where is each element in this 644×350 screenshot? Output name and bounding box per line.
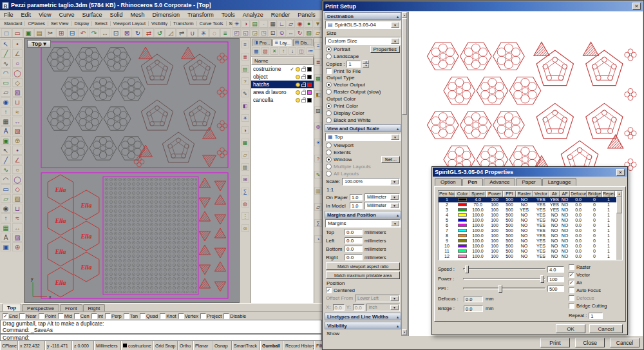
output-type-radio-raster-output-slow[interactable] — [326, 89, 332, 95]
tab-advance[interactable]: Advance — [484, 178, 515, 186]
wireframe-display-icon[interactable]: ▱ — [314, 29, 322, 37]
layer-lock-icon[interactable] — [301, 84, 306, 87]
menu-view[interactable]: View — [35, 12, 55, 18]
mesh-icon[interactable]: ▦ — [1, 117, 11, 126]
orientation-radio-landscape[interactable] — [326, 53, 332, 59]
pen-row-8[interactable]: 8100.0100500NOYESNONO0.001 — [439, 233, 622, 238]
panel-texture-icon[interactable]: ◍ — [242, 200, 249, 208]
panel-sun-icon[interactable]: ◑ — [242, 126, 249, 134]
join-icon[interactable]: ∪ — [187, 28, 198, 37]
layer-row-object[interactable]: object — [251, 73, 314, 81]
zoom-icon[interactable]: ⊕ — [12, 242, 23, 251]
cancel-button[interactable]: Cancel — [610, 338, 639, 347]
arc-icon[interactable]: ◠ — [1, 175, 11, 184]
pen-row-2[interactable]: 270.0100500NOYESYESNO0.001 — [439, 202, 622, 208]
in-model-unit-select[interactable]: Millimeter — [365, 202, 400, 209]
properties-tab-icon[interactable]: ≡ — [314, 42, 322, 50]
section-margins-position[interactable]: Margins and Position — [325, 211, 401, 219]
materials-tab-icon[interactable]: ◧ — [314, 90, 322, 98]
osnap-mid-checkbox[interactable] — [58, 313, 64, 319]
viewport-tab-front[interactable]: Front — [60, 304, 82, 311]
ok-button[interactable]: OK — [556, 324, 585, 333]
status-grid-snap[interactable]: Grid Snap — [153, 341, 178, 350]
block-icon[interactable]: ▣ — [1, 136, 11, 145]
set-window-button[interactable]: Set... — [381, 156, 400, 163]
viewport-tab-top[interactable]: Top — [2, 304, 21, 311]
rotate-camera-icon[interactable]: ↻ — [296, 29, 304, 37]
panel-layers-icon[interactable]: ≣ — [242, 53, 249, 61]
hide-object-icon[interactable]: ◌ — [209, 28, 220, 37]
close-button[interactable]: Close — [575, 338, 605, 347]
panel-display-icon[interactable]: ▤ — [242, 65, 249, 73]
pen-auto-focus-checkbox[interactable] — [569, 287, 574, 293]
section-destination[interactable]: Destination — [325, 12, 401, 20]
panel-box-edit-icon[interactable]: ⊞ — [242, 175, 249, 183]
status-record-history[interactable]: Record History — [283, 341, 314, 350]
select-icon[interactable]: ↖ — [1, 39, 11, 48]
panel-help-icon[interactable]: ? — [242, 77, 249, 85]
toolbar-tab-transform[interactable]: Transform — [171, 21, 197, 26]
section-visibility[interactable]: Visibility — [325, 322, 401, 329]
osnap-vertex-checkbox[interactable] — [178, 313, 184, 319]
planar-toggle-icon[interactable]: ▱ — [287, 20, 295, 28]
print-to-file-checkbox[interactable] — [326, 68, 332, 74]
gumball-toggle-icon[interactable]: ◉ — [296, 20, 304, 28]
layer-color-swatch[interactable] — [307, 67, 312, 72]
paste-icon[interactable]: ⊟ — [67, 28, 77, 37]
menu-mesh[interactable]: Mesh — [126, 12, 148, 18]
layer-visibility-icon[interactable] — [296, 83, 300, 87]
speed-slider[interactable] — [463, 268, 545, 270]
osnap-near-checkbox[interactable] — [19, 313, 25, 319]
toolbar-tab-surface-tools[interactable]: Surface Tools — [227, 21, 232, 26]
status-osnap[interactable]: Osnap — [213, 341, 232, 350]
margin-bottom-input[interactable]: 0.0 — [345, 246, 363, 252]
layouts-radio-multiple-layouts[interactable] — [326, 164, 332, 170]
delete-layer-icon[interactable]: ✕ — [270, 47, 278, 55]
menu-surface[interactable]: Surface — [78, 12, 106, 18]
orientation-radio-portrait[interactable] — [326, 46, 332, 52]
status-smarttrack[interactable]: SmartTrack — [232, 341, 260, 350]
status-planar[interactable]: Planar — [193, 341, 213, 350]
osnap-end-checkbox[interactable] — [3, 313, 8, 319]
x-input[interactable]: 0.0 — [333, 304, 345, 311]
layer-visibility-icon[interactable] — [296, 90, 300, 95]
status-gumball[interactable]: Gumball — [260, 341, 283, 350]
layer-lock-icon[interactable] — [301, 99, 306, 102]
menu-curve[interactable]: Curve — [55, 12, 78, 18]
margins-preset-select[interactable]: Margins — [325, 219, 401, 228]
scale-select[interactable]: 100.00% — [342, 178, 400, 186]
layer-row-costruzione[interactable]: costruzione✓ — [251, 65, 314, 73]
cancel-button[interactable]: Cancel — [589, 324, 623, 333]
line-icon[interactable]: ╱ — [1, 155, 11, 164]
box-icon[interactable]: ▧ — [12, 194, 23, 203]
panel-tab-dis[interactable]: ▤Dis... — [293, 39, 313, 46]
speed-slider-thumb[interactable] — [465, 266, 469, 273]
curve-icon[interactable]: ∿ — [1, 165, 11, 174]
toolbar-tab-visibility[interactable]: Visibility — [149, 21, 171, 26]
dimension-icon[interactable]: ↔ — [12, 117, 23, 126]
menu-file[interactable]: File — [0, 12, 17, 18]
viewport-tab-perspective[interactable]: Perspective — [22, 304, 59, 311]
offset-from-select[interactable]: Lower Left — [355, 295, 400, 302]
bridge-input[interactable]: 0.0 — [464, 306, 483, 312]
offset-unit-select[interactable]: inch — [366, 304, 400, 311]
panel-lights-icon[interactable]: ☀ — [242, 114, 249, 122]
panel-materials-icon[interactable]: ◧ — [242, 102, 249, 110]
panel-calc-icon[interactable]: ∑ — [242, 188, 249, 195]
ellipse-icon[interactable]: ◯ — [12, 175, 23, 184]
circle-icon[interactable]: ○ — [12, 59, 23, 68]
status-z-0-000[interactable]: z 0.000 — [72, 341, 94, 350]
loft-icon[interactable]: ≈ — [12, 107, 23, 116]
copies-input[interactable]: 1 — [346, 61, 361, 68]
copies-stepper[interactable]: ▲▼ — [363, 60, 369, 68]
new-file-icon[interactable]: □ — [1, 28, 12, 37]
pen-row-10[interactable]: 10100.0100500NOYESNONO0.001 — [439, 244, 622, 249]
calc-tab-icon[interactable]: ∑ — [314, 219, 322, 227]
loft-icon[interactable]: ≈ — [12, 213, 23, 222]
layer-color-swatch[interactable] — [307, 75, 312, 79]
ellipse-icon[interactable]: ◯ — [12, 68, 23, 77]
repeat-input[interactable]: 1 — [589, 313, 603, 319]
filter-layers-icon[interactable]: ◫ — [298, 47, 305, 55]
view-area-radio-window[interactable] — [326, 157, 332, 162]
centered-checkbox[interactable] — [326, 287, 332, 293]
